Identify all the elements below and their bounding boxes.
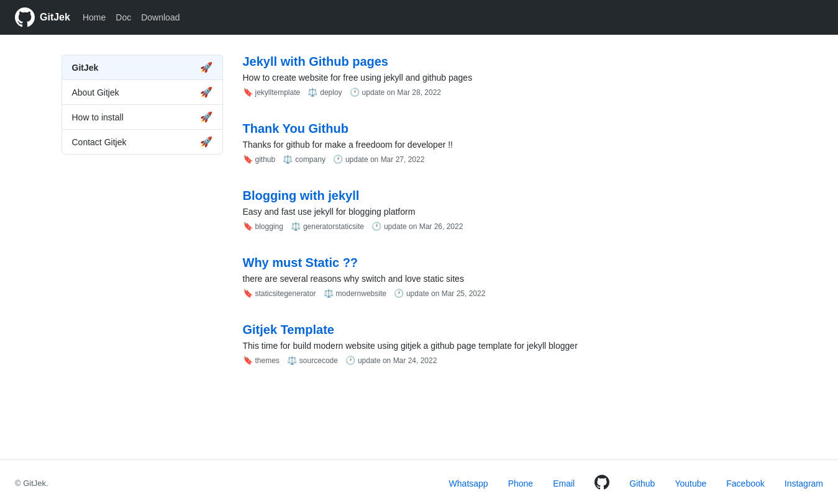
footer-link-youtube[interactable]: Youtube bbox=[675, 479, 706, 488]
rocket-icon-1: 🚀 bbox=[200, 86, 212, 98]
post-title-0[interactable]: Jekyll with Github pages bbox=[243, 55, 777, 69]
tag-icon: 🔖 bbox=[243, 88, 253, 97]
post-tag-3: 🔖 staticsitegenerator bbox=[243, 289, 316, 298]
post-category-4: ⚖️ sourcecode bbox=[287, 356, 338, 365]
tag-icon: 🔖 bbox=[243, 289, 253, 298]
post-item-4: Gitjek Template This time for build mode… bbox=[243, 323, 777, 370]
post-item-0: Jekyll with Github pages How to create w… bbox=[243, 55, 777, 102]
post-tag-0: 🔖 jekylltemplate bbox=[243, 88, 301, 97]
navbar-links: Home Doc Download bbox=[83, 12, 180, 22]
nav-download[interactable]: Download bbox=[141, 12, 180, 22]
github-footer-icon bbox=[594, 475, 609, 492]
footer-link-phone[interactable]: Phone bbox=[508, 479, 533, 488]
tag-icon: 🔖 bbox=[243, 222, 253, 231]
brand-link[interactable]: GitJek bbox=[15, 7, 70, 27]
footer-link-whatsapp[interactable]: Whatsapp bbox=[449, 479, 488, 488]
post-category-3: ⚖️ modernwebsite bbox=[324, 289, 386, 298]
nav-home[interactable]: Home bbox=[83, 12, 106, 22]
scale-icon: ⚖️ bbox=[324, 289, 334, 298]
post-desc-2: Easy and fast use jekyll for blogging pl… bbox=[243, 207, 777, 217]
posts-list: Jekyll with Github pages How to create w… bbox=[243, 55, 777, 390]
sidebar-item-label: Contact Gitjek bbox=[72, 137, 127, 147]
post-desc-3: there are several reasons why switch and… bbox=[243, 274, 777, 284]
brand-name: GitJek bbox=[40, 12, 70, 23]
post-updated-1: 🕐 update on Mar 27, 2022 bbox=[333, 155, 424, 164]
post-meta-2: 🔖 blogging ⚖️ generatorstaticsite 🕐 upda… bbox=[243, 222, 777, 231]
sidebar: GitJek 🚀 About Gitjek 🚀 How to install 🚀… bbox=[61, 55, 223, 390]
sidebar-item-label: About Gitjek bbox=[72, 88, 119, 97]
clock-icon: 🕐 bbox=[350, 88, 360, 97]
sidebar-item-label: GitJek bbox=[72, 63, 99, 73]
clock-icon: 🕐 bbox=[394, 289, 404, 298]
post-desc-4: This time for build modern website using… bbox=[243, 341, 777, 351]
footer-link-instagram[interactable]: Instagram bbox=[785, 479, 823, 488]
post-title-2[interactable]: Blogging with jekyll bbox=[243, 189, 777, 203]
post-category-1: ⚖️ company bbox=[283, 155, 326, 164]
footer-link-facebook[interactable]: Facebook bbox=[726, 479, 764, 488]
rocket-icon-3: 🚀 bbox=[200, 136, 212, 148]
post-updated-4: 🕐 update on Mar 24, 2022 bbox=[345, 356, 437, 365]
post-updated-3: 🕐 update on Mar 25, 2022 bbox=[394, 289, 485, 298]
clock-icon: 🕐 bbox=[345, 356, 355, 365]
tag-icon: 🔖 bbox=[243, 155, 253, 164]
sidebar-item-how-to-install[interactable]: How to install 🚀 bbox=[61, 104, 223, 129]
post-tag-1: 🔖 github bbox=[243, 155, 276, 164]
scale-icon: ⚖️ bbox=[291, 222, 301, 231]
post-meta-0: 🔖 jekylltemplate ⚖️ deploy 🕐 update on M… bbox=[243, 88, 777, 97]
tag-icon: 🔖 bbox=[243, 356, 253, 365]
post-meta-4: 🔖 themes ⚖️ sourcecode 🕐 update on Mar 2… bbox=[243, 356, 777, 365]
post-tag-2: 🔖 blogging bbox=[243, 222, 283, 231]
navbar: GitJek Home Doc Download bbox=[0, 0, 838, 35]
post-tag-4: 🔖 themes bbox=[243, 356, 280, 365]
post-title-3[interactable]: Why must Static ?? bbox=[243, 256, 777, 270]
nav-doc[interactable]: Doc bbox=[116, 12, 131, 22]
sidebar-item-about[interactable]: About Gitjek 🚀 bbox=[61, 79, 223, 104]
post-title-4[interactable]: Gitjek Template bbox=[243, 323, 777, 337]
post-item-1: Thank You Github Thanks for github for m… bbox=[243, 122, 777, 169]
post-title-1[interactable]: Thank You Github bbox=[243, 122, 777, 136]
scale-icon: ⚖️ bbox=[307, 88, 317, 97]
post-meta-1: 🔖 github ⚖️ company 🕐 update on Mar 27, … bbox=[243, 155, 777, 164]
rocket-icon-2: 🚀 bbox=[200, 111, 212, 123]
footer-link-github[interactable]: Github bbox=[629, 479, 655, 488]
post-desc-0: How to create website for free using jek… bbox=[243, 73, 777, 83]
post-updated-0: 🕐 update on Mar 28, 2022 bbox=[350, 88, 441, 97]
post-item-3: Why must Static ?? there are several rea… bbox=[243, 256, 777, 303]
sidebar-item-contact[interactable]: Contact Gitjek 🚀 bbox=[61, 129, 223, 155]
footer-copyright: © GitJek. bbox=[15, 479, 48, 488]
footer: © GitJek. Whatsapp Phone Email Github Yo… bbox=[0, 459, 838, 504]
footer-link-email[interactable]: Email bbox=[553, 479, 575, 488]
sidebar-item-label: How to install bbox=[72, 112, 124, 122]
post-category-2: ⚖️ generatorstaticsite bbox=[291, 222, 364, 231]
rocket-icon-0: 🚀 bbox=[200, 61, 212, 73]
clock-icon: 🕐 bbox=[333, 155, 343, 164]
post-updated-2: 🕐 update on Mar 26, 2022 bbox=[371, 222, 463, 231]
scale-icon: ⚖️ bbox=[283, 155, 293, 164]
sidebar-item-gitjek[interactable]: GitJek 🚀 bbox=[61, 55, 223, 79]
main-container: GitJek 🚀 About Gitjek 🚀 How to install 🚀… bbox=[47, 35, 792, 410]
github-logo-icon bbox=[15, 7, 35, 27]
post-meta-3: 🔖 staticsitegenerator ⚖️ modernwebsite 🕐… bbox=[243, 289, 777, 298]
post-desc-1: Thanks for github for make a freedoom fo… bbox=[243, 140, 777, 150]
footer-links: Whatsapp Phone Email Github Youtube Face… bbox=[449, 475, 823, 492]
post-category-0: ⚖️ deploy bbox=[307, 88, 342, 97]
scale-icon: ⚖️ bbox=[287, 356, 297, 365]
clock-icon: 🕐 bbox=[371, 222, 381, 231]
post-item-2: Blogging with jekyll Easy and fast use j… bbox=[243, 189, 777, 236]
